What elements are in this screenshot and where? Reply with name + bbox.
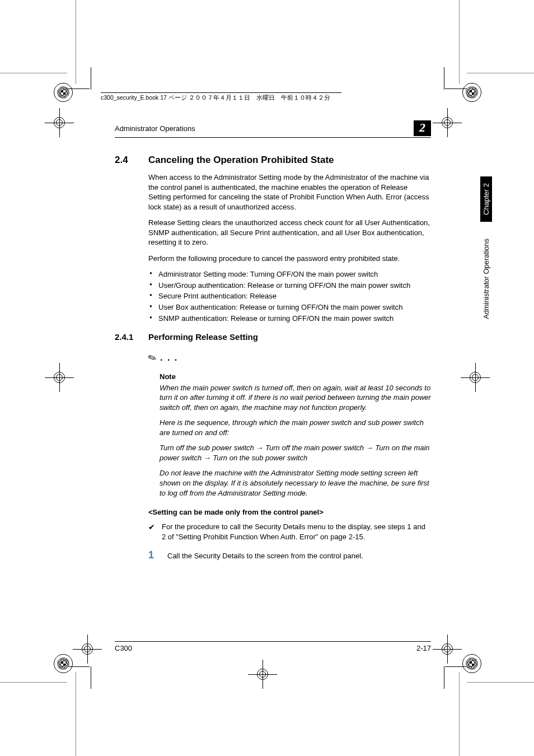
crop-tick: [444, 67, 444, 90]
side-tab-title: Administrator Operations: [482, 239, 490, 319]
note-heading: Note: [160, 372, 431, 382]
note-paragraph: Do not leave the machine with the Admini…: [160, 468, 431, 498]
rosette-icon: [462, 654, 481, 673]
crop-tick: [444, 666, 444, 689]
section-body: When access to the Administrator Setting…: [148, 172, 431, 323]
bullet-list: Administrator Setting mode: Turning OFF/…: [148, 269, 431, 323]
crop-line: [459, 0, 460, 84]
page-content: Administrator Operations 2 2.4 Canceling…: [115, 90, 431, 561]
section-heading: 2.4 Canceling the Operation Prohibited S…: [115, 155, 431, 166]
registration-mark-icon: [439, 641, 455, 657]
footer-page-number: 2-17: [416, 644, 431, 652]
note-dots-icon: . . .: [160, 353, 178, 363]
rosette-icon: [54, 654, 73, 673]
control-panel-subheading: <Setting can be made only from the contr…: [148, 508, 431, 516]
crop-line: [0, 73, 67, 73]
rosette-icon: [54, 83, 73, 102]
registration-mark-icon: [51, 115, 67, 130]
rosette-icon: [462, 83, 481, 102]
note-paragraph: Here is the sequence, through which the …: [160, 418, 431, 437]
page-footer: C300 2-17: [115, 641, 431, 652]
crop-line: [76, 0, 76, 84]
list-item: Secure Print authentication: Release: [148, 291, 431, 301]
crop-line: [76, 672, 76, 756]
list-item: User Box authentication: Release or turn…: [148, 302, 431, 312]
step-row: 1 Call the Security Details to the scree…: [148, 549, 431, 561]
section-title: Canceling the Operation Prohibited State: [148, 155, 431, 166]
side-tab: Chapter 2 Administrator Operations: [480, 176, 492, 319]
side-tab-chapter: Chapter 2: [480, 176, 492, 222]
note-icon-row: ✎ . . .: [148, 352, 431, 364]
crop-tick: [91, 67, 91, 90]
list-item: Administrator Setting mode: Turning OFF/…: [148, 269, 431, 279]
paragraph: Release Setting clears the unauthorized …: [148, 218, 431, 248]
step-number: 1: [148, 549, 167, 561]
list-item: User/Group authentication: Release or tu…: [148, 281, 431, 291]
note-hand-icon: ✎: [146, 351, 159, 365]
note-paragraph: When the main power switch is turned off…: [160, 383, 431, 413]
step-text: Call the Security Details to the screen …: [167, 552, 363, 560]
section-number: 2.4: [115, 155, 148, 166]
note-body: When the main power switch is turned off…: [160, 383, 431, 498]
header-section-name: Administrator Operations: [115, 124, 195, 133]
checkmark-icon: ✔: [148, 522, 162, 542]
crop-line: [467, 682, 534, 683]
prerequisite-row: ✔ For the procedure to call the Security…: [148, 522, 431, 542]
subsection-title: Performing Release Setting: [148, 332, 258, 342]
subsection-number: 2.4.1: [115, 332, 148, 342]
note-paragraph: Turn off the sub power switch → Turn off…: [160, 443, 431, 463]
crop-line: [467, 73, 534, 73]
paragraph: When access to the Administrator Setting…: [148, 172, 431, 212]
list-item: SNMP authentication: Release or turning …: [148, 314, 431, 324]
registration-mark-icon: [51, 370, 67, 385]
prerequisite-text: For the procedure to call the Security D…: [162, 522, 431, 542]
registration-mark-icon: [439, 115, 455, 130]
registration-mark-icon: [255, 666, 270, 682]
chapter-badge: 2: [414, 120, 431, 136]
subsection-heading: 2.4.1 Performing Release Setting: [115, 332, 431, 342]
crop-tick: [91, 666, 91, 689]
registration-mark-icon: [79, 641, 95, 657]
registration-mark-icon: [467, 370, 483, 385]
note-block: Note When the main power switch is turne…: [160, 372, 431, 498]
footer-model: C300: [115, 644, 132, 652]
paragraph: Perform the following procedure to cance…: [148, 254, 431, 264]
crop-line: [0, 682, 67, 683]
crop-line: [459, 672, 460, 756]
page-header: Administrator Operations 2: [115, 120, 431, 138]
